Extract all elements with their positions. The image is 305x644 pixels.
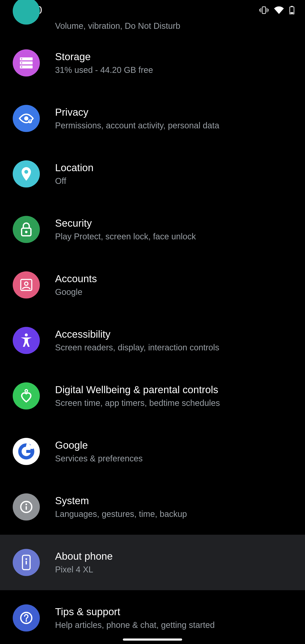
svg-rect-1 [260, 8, 261, 12]
svg-point-13 [21, 66, 22, 68]
status-bar: 1:00 [0, 0, 305, 20]
settings-item-sub: Pixel 4 XL [55, 564, 113, 575]
settings-item-google[interactable]: Google Services & preferences [0, 424, 305, 479]
settings-item-sub: 31% used - 44.20 GB free [55, 64, 153, 76]
svg-rect-4 [268, 9, 268, 12]
settings-item-title: Privacy [55, 106, 219, 119]
settings-item-sub: Off [55, 176, 94, 186]
settings-item-location[interactable]: Location Off [0, 146, 305, 202]
accounts-icon [13, 271, 40, 298]
settings-item-sound[interactable]: Volume, vibration, Do Not Disturb [0, 20, 305, 35]
settings-item-privacy[interactable]: Privacy Permissions, account activity, p… [0, 91, 305, 146]
settings-item-storage[interactable]: Storage 31% used - 44.20 GB free [0, 35, 305, 91]
svg-rect-7 [290, 12, 293, 14]
settings-item-accessibility[interactable]: Accessibility Screen readers, display, i… [0, 313, 305, 368]
svg-point-19 [25, 231, 28, 233]
svg-rect-27 [26, 506, 27, 510]
svg-point-21 [24, 282, 28, 285]
settings-item-sub: Volume, vibration, Do Not Disturb [55, 20, 180, 31]
settings-item-title: Google [55, 439, 143, 452]
settings-item-sub: Services & preferences [55, 453, 143, 464]
gesture-nav-handle[interactable] [123, 638, 182, 640]
settings-item-title: Accessibility [55, 328, 219, 341]
svg-point-17 [24, 170, 28, 174]
svg-rect-0 [262, 7, 266, 14]
svg-point-12 [21, 62, 22, 64]
settings-item-accounts[interactable]: Accounts Google [0, 257, 305, 313]
settings-item-sub: Google [55, 286, 97, 298]
svg-point-28 [26, 504, 27, 505]
settings-item-system[interactable]: System Languages, gestures, time, backup [0, 479, 305, 535]
svg-rect-25 [27, 445, 34, 449]
svg-rect-16 [30, 120, 31, 122]
settings-item-sub: Languages, gestures, time, backup [55, 508, 187, 520]
google-icon [13, 438, 40, 465]
status-icons [259, 6, 294, 14]
svg-point-23 [25, 390, 28, 392]
accessibility-icon [13, 327, 40, 354]
settings-item-sub: Help articles, phone & chat, getting sta… [55, 620, 215, 630]
storage-icon [13, 49, 40, 76]
settings-item-title: Digital Wellbeing & parental controls [55, 384, 220, 396]
settings-item-sub: Play Protect, screen lock, face unlock [55, 231, 196, 242]
svg-point-31 [26, 558, 27, 560]
battery-icon [289, 6, 294, 14]
settings-item-tips[interactable]: Tips & support Help articles, phone & ch… [0, 590, 305, 644]
svg-rect-30 [26, 561, 27, 564]
svg-rect-3 [267, 8, 267, 12]
settings-item-sub: Permissions, account activity, personal … [55, 120, 219, 131]
wifi-icon [274, 6, 284, 14]
security-icon [13, 216, 40, 243]
settings-item-title: Location [55, 162, 94, 174]
settings-item-title: Accounts [55, 272, 97, 285]
settings-item-title: About phone [55, 550, 113, 563]
svg-point-22 [25, 334, 28, 336]
vibrate-icon [259, 6, 268, 14]
tips-icon [13, 604, 40, 632]
settings-list: Volume, vibration, Do Not Disturb Storag… [0, 20, 305, 644]
svg-point-33 [26, 620, 27, 622]
sound-icon [13, 0, 40, 24]
settings-item-about-phone[interactable]: About phone Pixel 4 XL [0, 535, 305, 590]
settings-item-sub: Screen time, app timers, bedtime schedul… [55, 398, 220, 408]
settings-item-sub: Screen readers, display, interaction con… [55, 342, 219, 353]
settings-item-title: System [55, 494, 187, 507]
settings-item-security[interactable]: Security Play Protect, screen lock, face… [0, 202, 305, 257]
svg-rect-2 [259, 9, 260, 12]
settings-item-title: Security [55, 217, 196, 230]
settings-item-title: Tips & support [55, 606, 215, 618]
location-icon [13, 160, 40, 188]
wellbeing-icon [13, 382, 40, 410]
svg-point-11 [21, 58, 22, 60]
system-icon [13, 494, 40, 520]
privacy-icon [13, 105, 40, 132]
about-phone-icon [13, 549, 40, 576]
svg-point-14 [24, 116, 28, 120]
settings-item-title: Storage [55, 50, 153, 63]
settings-item-wellbeing[interactable]: Digital Wellbeing & parental controls Sc… [0, 368, 305, 424]
